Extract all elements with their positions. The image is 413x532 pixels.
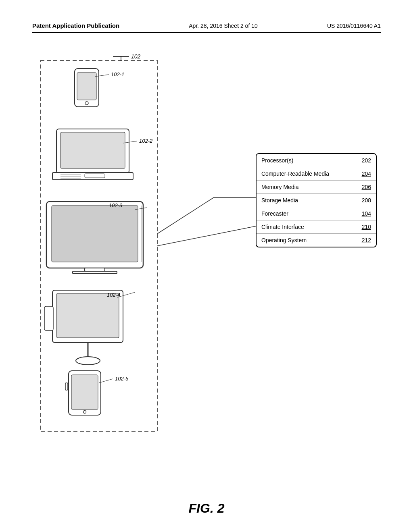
page-header: Patent Application Publication Apr. 28, … xyxy=(32,22,381,33)
svg-text:102-1: 102-1 xyxy=(111,71,124,77)
svg-rect-3 xyxy=(77,73,96,100)
svg-rect-17 xyxy=(52,206,138,262)
svg-point-26 xyxy=(76,357,100,365)
forecaster-number: 104 xyxy=(362,210,371,217)
sheet-info: Apr. 28, 2016 Sheet 2 of 10 xyxy=(189,23,257,29)
svg-text:102-3: 102-3 xyxy=(109,202,123,208)
component-row-os: Operating System 212 xyxy=(257,234,376,247)
svg-text:102-5: 102-5 xyxy=(115,376,129,382)
processor-number: 202 xyxy=(362,157,371,164)
component-row-memory: Memory Media 206 xyxy=(257,181,376,194)
svg-line-36 xyxy=(157,197,214,234)
crm-number: 204 xyxy=(362,170,371,177)
os-number: 212 xyxy=(362,237,371,243)
caption-text: FIG. 2 xyxy=(189,501,225,515)
svg-rect-33 xyxy=(65,383,68,390)
svg-rect-18 xyxy=(85,268,105,271)
svg-rect-27 xyxy=(44,306,53,330)
storage-number: 208 xyxy=(362,197,371,204)
processor-label: Processor(s) xyxy=(261,157,293,164)
climate-label: Climate Interface xyxy=(261,224,304,230)
crm-label: Computer-Readable Media xyxy=(261,170,329,177)
component-row-climate: Climate Interface 210 xyxy=(257,220,376,234)
memory-label: Memory Media xyxy=(261,184,299,190)
component-table: Processor(s) 202 Computer-Readable Media… xyxy=(256,153,377,247)
diagram-area: 102 102-1 102-2 xyxy=(32,44,381,492)
climate-number: 210 xyxy=(362,224,371,230)
os-label: Operating System xyxy=(261,237,307,243)
storage-label: Storage Media xyxy=(261,197,298,204)
component-row-storage: Storage Media 208 xyxy=(257,194,376,207)
publication-label: Patent Application Publication xyxy=(32,22,119,29)
component-row-forecaster: Forecaster 104 xyxy=(257,207,376,220)
svg-rect-31 xyxy=(71,375,98,409)
patent-number: US 2016/0116640 A1 xyxy=(327,23,381,29)
svg-line-38 xyxy=(157,226,258,246)
svg-text:102-2: 102-2 xyxy=(139,138,153,144)
forecaster-label: Forecaster xyxy=(261,210,288,217)
group-label: 102 xyxy=(131,53,141,60)
svg-rect-24 xyxy=(56,293,119,338)
svg-rect-19 xyxy=(73,271,117,274)
svg-rect-8 xyxy=(60,132,125,168)
component-row-crm: Computer-Readable Media 204 xyxy=(257,167,376,181)
svg-text:102-4: 102-4 xyxy=(107,292,120,298)
component-row-processors: Processor(s) 202 xyxy=(257,154,376,167)
figure-caption: FIG. 2 xyxy=(189,501,225,516)
memory-number: 206 xyxy=(362,184,371,190)
